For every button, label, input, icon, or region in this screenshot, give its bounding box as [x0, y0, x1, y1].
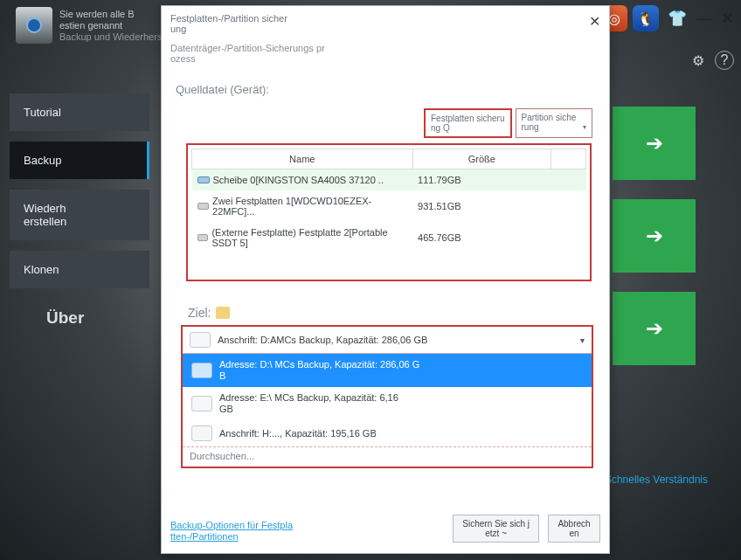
dest-label: Ziel:	[188, 306, 600, 320]
drive-icon	[191, 363, 212, 378]
nav-label: Backup	[24, 154, 61, 167]
dest-option-text: Anschrift: H:..., Kapazität: 195,16 GB	[219, 428, 377, 439]
nav-restore[interactable]: Wiederh erstellen	[10, 190, 149, 240]
arrow-right-icon: ➔	[646, 316, 663, 341]
dest-option-text: Adresse: E:\ MCs Backup, Kapazität: 6,16…	[219, 392, 398, 415]
nav-label: Wiederh erstellen	[24, 202, 66, 228]
disk-name: Scheibe 0[KINGSTON SA400S 37120 ..	[213, 175, 384, 185]
nav-tutorial[interactable]: Tutorial	[10, 93, 149, 131]
backup-now-button[interactable]: Sichern Sie sich j etzt ~	[453, 515, 539, 543]
nav-backup[interactable]: Backup	[10, 142, 149, 179]
dest-browse[interactable]: Durchsuchen...	[183, 446, 592, 467]
backup-options-link[interactable]: Backup-Optionen für Festpla tten-/Partit…	[170, 520, 293, 543]
dialog-subtitle: Datenträger-/Partition-Sicherungs pr oze…	[170, 43, 363, 64]
dialog-close-icon[interactable]: ✕	[589, 13, 600, 30]
left-nav: Tutorial Backup Wiederh erstellen Klonen…	[10, 93, 149, 347]
dest-option[interactable]: Anschrift: H:..., Kapazität: 195,16 GB	[183, 420, 592, 446]
quick-understanding-link[interactable]: Schnelles Verständnis	[605, 474, 708, 486]
disk-icon	[197, 234, 209, 241]
window-close-icon[interactable]: ✕	[718, 9, 736, 28]
arrow-right-icon: ➔	[646, 131, 663, 156]
disk-size: 465.76GB	[412, 222, 551, 253]
table-row[interactable]: Scheibe 0[KINGSTON SA400S 37120 .. 111.7…	[192, 169, 586, 191]
drive-icon	[191, 425, 212, 441]
app-logo	[16, 7, 52, 44]
sub-icons: ⚙ ?	[689, 51, 734, 70]
dest-option-text: Adresse: D:\ MCs Backup, Kapazität: 286,…	[219, 359, 419, 382]
nav-about[interactable]: Über	[10, 299, 149, 336]
source-table-wrap: Name Größe Scheibe 0[KINGSTON SA400S 371…	[186, 143, 592, 281]
chevron-down-icon: ▾	[583, 122, 586, 132]
disk-icon	[197, 176, 210, 183]
dest-option-list: Adresse: D:\ MCs Backup, Kapazität: 286,…	[183, 353, 592, 467]
dest-dropdown: Anschrift: D:AMCs Backup, Kapazität: 286…	[181, 325, 593, 468]
nav-label: Klonen	[24, 263, 59, 276]
source-label: Quelldatei (Gerät):	[176, 83, 600, 96]
drive-icon	[191, 396, 212, 411]
tab-label: Festplatten sicheru ng Q	[431, 114, 505, 133]
source-table: Name Größe Scheibe 0[KINGSTON SA400S 371…	[191, 149, 586, 253]
disk-size: 111.79GB	[412, 169, 551, 191]
disk-name: Zwei Festplatten 1[WDCWD10EZEX-22MFC]...	[212, 196, 407, 217]
window-minimize-icon[interactable]: —	[696, 10, 713, 28]
tab-partition-backup[interactable]: Partition siche rung▾	[516, 108, 592, 138]
dialog-title: Festplatten-/Partition sicher ung	[170, 13, 345, 34]
tab-disk-backup[interactable]: Festplatten sicheru ng Q	[424, 108, 512, 138]
disk-name: (Externe Festplatte) Festplatte 2[Portab…	[211, 227, 407, 248]
green-column: ➔ ➔ ➔	[613, 107, 696, 384]
green-action-3[interactable]: ➔	[613, 292, 696, 365]
dialog-footer: Backup-Optionen für Festpla tten-/Partit…	[170, 515, 600, 543]
col-size[interactable]: Größe	[412, 149, 551, 169]
tab-label: Partition siche rung	[522, 113, 577, 132]
dest-selected[interactable]: Anschrift: D:AMCs Backup, Kapazität: 286…	[183, 327, 592, 353]
green-action-2[interactable]: ➔	[613, 199, 696, 273]
nav-clone[interactable]: Klonen	[10, 251, 149, 288]
drive-icon	[190, 332, 211, 348]
tray-shirt-icon[interactable]: 👕	[664, 5, 690, 31]
dest-label-text: Ziel:	[188, 306, 211, 320]
nav-label: Tutorial	[24, 106, 61, 119]
dest-selected-text: Anschrift: D:AMCs Backup, Kapazität: 286…	[218, 335, 427, 345]
dest-option[interactable]: Adresse: E:\ MCs Backup, Kapazität: 6,16…	[183, 387, 592, 420]
green-action-1[interactable]: ➔	[613, 107, 696, 180]
backup-dialog: ✕ Festplatten-/Partition sicher ung Date…	[161, 5, 610, 554]
chevron-down-icon: ▾	[580, 335, 585, 345]
table-row[interactable]: (Externe Festplatte) Festplatte 2[Portab…	[192, 222, 586, 253]
tray-qq-icon[interactable]: 🐧	[633, 5, 659, 31]
source-tabs: Festplatten sicheru ng Q Partition siche…	[424, 108, 600, 138]
col-empty	[551, 149, 586, 169]
gear-icon[interactable]: ⚙	[689, 51, 708, 70]
header-icons: ◎ 🐧 👕 — ✕	[601, 5, 736, 31]
disk-size: 931.51GB	[412, 190, 551, 222]
col-name[interactable]: Name	[192, 149, 413, 169]
arrow-right-icon: ➔	[646, 224, 663, 248]
disk-icon	[197, 203, 210, 210]
cancel-button[interactable]: Abbrech en	[548, 515, 600, 543]
help-icon[interactable]: ?	[715, 51, 734, 70]
dest-option[interactable]: Adresse: D:\ MCs Backup, Kapazität: 286,…	[183, 354, 592, 387]
folder-icon	[216, 307, 230, 319]
nav-label: Über	[46, 311, 84, 324]
table-row[interactable]: Zwei Festplatten 1[WDCWD10EZEX-22MFC]...…	[192, 190, 586, 222]
